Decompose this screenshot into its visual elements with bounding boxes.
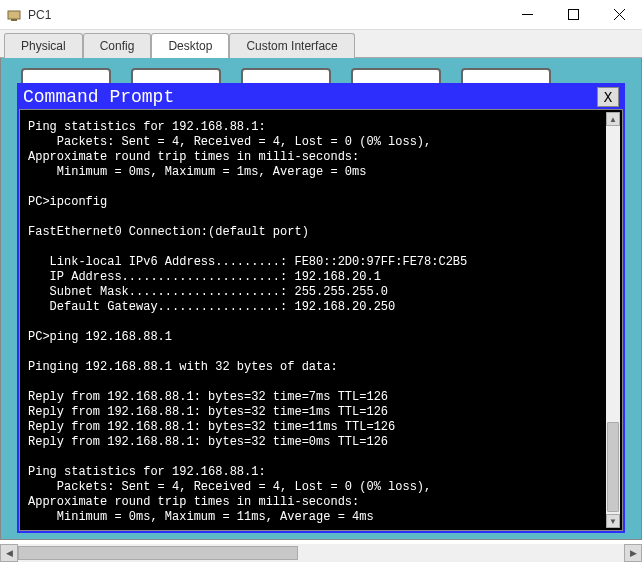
window-title: PC1 xyxy=(28,8,504,22)
command-prompt-body: Ping statistics for 192.168.88.1: Packet… xyxy=(19,109,623,531)
command-prompt-close-button[interactable]: X xyxy=(597,87,619,107)
tab-config[interactable]: Config xyxy=(83,33,152,58)
svg-rect-1 xyxy=(11,19,17,21)
tab-bar: Physical Config Desktop Custom Interface xyxy=(0,30,642,58)
horizontal-scrollbar[interactable]: ◀ ▶ xyxy=(0,544,642,562)
maximize-button[interactable] xyxy=(550,0,596,29)
svg-rect-3 xyxy=(568,10,578,20)
tab-custom-interface[interactable]: Custom Interface xyxy=(229,33,354,58)
scroll-thumb[interactable] xyxy=(607,422,619,512)
tab-physical[interactable]: Physical xyxy=(4,33,83,58)
scroll-right-button[interactable]: ▶ xyxy=(624,544,642,562)
window-controls xyxy=(504,0,642,29)
command-prompt-title: Command Prompt xyxy=(23,87,597,107)
minimize-button[interactable] xyxy=(504,0,550,29)
terminal-scrollbar[interactable]: ▲ ▼ xyxy=(606,112,620,528)
window-titlebar: PC1 xyxy=(0,0,642,30)
command-prompt-titlebar[interactable]: Command Prompt X xyxy=(19,85,623,109)
command-prompt-window: Command Prompt X Ping statistics for 192… xyxy=(17,83,625,533)
app-icon xyxy=(6,7,22,23)
svg-rect-0 xyxy=(8,11,20,19)
desktop-workspace: Command Prompt X Ping statistics for 192… xyxy=(0,58,642,540)
h-scroll-track[interactable] xyxy=(18,544,624,562)
h-scroll-thumb[interactable] xyxy=(18,546,298,560)
terminal-viewport[interactable]: Ping statistics for 192.168.88.1: Packet… xyxy=(24,114,604,526)
scroll-up-button[interactable]: ▲ xyxy=(606,112,620,126)
tab-desktop[interactable]: Desktop xyxy=(151,33,229,58)
close-button[interactable] xyxy=(596,0,642,29)
terminal-output: Ping statistics for 192.168.88.1: Packet… xyxy=(24,114,604,526)
scroll-down-button[interactable]: ▼ xyxy=(606,514,620,528)
scroll-left-button[interactable]: ◀ xyxy=(0,544,18,562)
